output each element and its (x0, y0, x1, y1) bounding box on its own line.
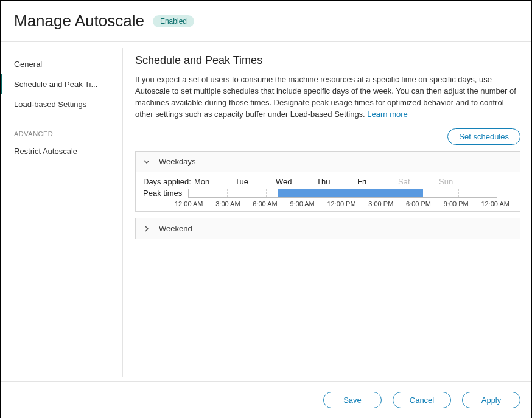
panel-weekend-label: Weekend (159, 224, 192, 233)
sidebar-item-restrict-autoscale[interactable]: Restrict Autoscale (1, 141, 122, 161)
tick-label: 3:00 AM (215, 200, 240, 207)
chevron-right-icon (143, 225, 150, 232)
day-mon: Mon (194, 177, 235, 186)
tick-label: 6:00 AM (253, 200, 277, 207)
day-fri: Fri (357, 177, 398, 186)
panel-weekdays-label: Weekdays (159, 157, 195, 166)
panel-weekdays-body: Days applied: Mon Tue Wed Thu Fri Sat Su… (136, 172, 520, 211)
apply-button[interactable]: Apply (462, 392, 520, 408)
day-sat: Sat (398, 177, 439, 186)
content-title: Schedule and Peak Times (135, 54, 520, 67)
sidebar-item-schedule-peak[interactable]: Schedule and Peak Ti... (1, 74, 122, 94)
set-schedules-button[interactable]: Set schedules (447, 128, 520, 145)
sidebar-section-advanced: ADVANCED (1, 123, 122, 141)
peak-times-label: Peak times (143, 189, 188, 198)
sidebar-item-general[interactable]: General (1, 54, 122, 74)
peak-timeline[interactable] (188, 189, 497, 198)
sidebar-item-load-based[interactable]: Load-based Settings (1, 94, 122, 114)
page-title: Manage Autoscale (14, 12, 144, 30)
days-list: Mon Tue Wed Thu Fri Sat Sun (194, 177, 513, 186)
content-description: If you expect a set of users to consume … (135, 74, 520, 120)
tick-label: 3:00 PM (368, 200, 393, 207)
enabled-badge: Enabled (153, 15, 194, 27)
content-area: Schedule and Peak Times If you expect a … (123, 42, 531, 383)
sidebar: General Schedule and Peak Ti... Load-bas… (1, 42, 122, 383)
tick-label: 12:00 AM (175, 200, 203, 207)
save-button[interactable]: Save (323, 392, 382, 408)
tick-label: 9:00 AM (290, 200, 314, 207)
chevron-down-icon (143, 158, 150, 165)
day-sun: Sun (439, 177, 480, 186)
cancel-button[interactable]: Cancel (393, 392, 451, 408)
panel-weekend-header[interactable]: Weekend (136, 218, 520, 239)
tick-label: 6:00 PM (406, 200, 431, 207)
panel-weekend: Weekend (135, 218, 520, 239)
day-thu: Thu (317, 177, 357, 186)
panel-weekdays-header[interactable]: Weekdays (136, 152, 520, 172)
tick-label: 9:00 PM (444, 200, 469, 207)
day-tue: Tue (235, 177, 276, 186)
footer: Save Cancel Apply (1, 381, 531, 418)
peak-block[interactable] (278, 189, 423, 197)
time-tick-labels: 12:00 AM 3:00 AM 6:00 AM 9:00 AM 12:00 P… (175, 200, 509, 207)
description-text: If you expect a set of users to consume … (135, 75, 516, 119)
day-wed: Wed (276, 177, 317, 186)
tick-label: 12:00 PM (327, 200, 356, 207)
panel-weekdays: Weekdays Days applied: Mon Tue Wed Thu F… (135, 151, 520, 212)
learn-more-link[interactable]: Learn more (367, 110, 407, 119)
days-applied-label: Days applied: (143, 177, 194, 186)
tick-label: 12:00 AM (481, 200, 509, 207)
page-header: Manage Autoscale Enabled (1, 1, 531, 42)
